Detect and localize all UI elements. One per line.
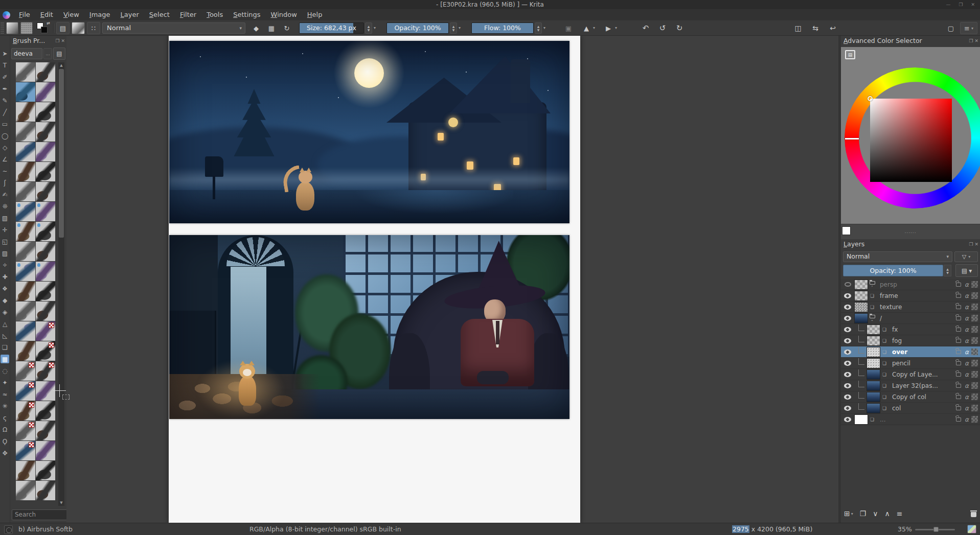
layer-visibility-toggle[interactable] <box>841 383 854 388</box>
layer-thumbnail[interactable] <box>867 403 880 413</box>
layer-thumbnail[interactable] <box>867 324 880 335</box>
brush-preset-17[interactable] <box>16 222 35 241</box>
brush-preset-16[interactable] <box>36 202 55 221</box>
statusbar-document-size[interactable]: 2975 x 4200 (960,5 MiB) <box>732 523 812 535</box>
horizontal-mirror-button[interactable]: ▲ <box>580 22 592 34</box>
brush-preset-12[interactable] <box>36 162 55 181</box>
inherit-alpha-icon[interactable] <box>971 304 978 310</box>
layer-thumbnail[interactable] <box>854 302 868 312</box>
inherit-alpha-icon[interactable] <box>971 348 978 355</box>
inherit-alpha-icon[interactable] <box>971 315 978 321</box>
brush-preset-27[interactable] <box>16 321 35 341</box>
lock-icon[interactable] <box>956 316 961 320</box>
display-mode-button[interactable]: ▤ <box>53 48 65 60</box>
rotate-canvas-left-button[interactable]: ↺ <box>656 22 669 34</box>
fill-tool[interactable]: ◆ <box>1 296 9 305</box>
menu-settings[interactable]: Settings <box>228 9 265 20</box>
inherit-alpha-icon[interactable] <box>971 360 978 366</box>
lock-icon[interactable] <box>956 339 961 343</box>
layer-thumbnail[interactable] <box>867 358 880 368</box>
layer-view-mode-button[interactable]: ▤ ▾ <box>955 264 978 277</box>
brush-preset-32[interactable] <box>36 361 55 381</box>
brush-preset-grid-button[interactable]: ∷ <box>87 22 100 34</box>
brush-preset-15[interactable] <box>16 202 35 221</box>
blending-mode-dropdown[interactable]: Normal ▾ <box>102 22 245 34</box>
layer-visibility-toggle[interactable] <box>841 305 854 310</box>
rotate-canvas-right-button[interactable]: ↻ <box>673 22 686 34</box>
alpha-lock-icon[interactable]: α <box>965 304 969 311</box>
float-docker-icon[interactable]: ❐ <box>969 36 973 46</box>
layer-thumbnail[interactable] <box>854 291 868 301</box>
brush-preset-26[interactable] <box>36 301 55 321</box>
inherit-alpha-icon[interactable] <box>971 416 978 423</box>
brush-preset-18[interactable] <box>36 222 55 241</box>
brush-preset-40[interactable] <box>36 441 55 460</box>
hmirror-options-caret[interactable]: ▾ <box>593 26 598 30</box>
gradient-tool[interactable]: ▨ <box>1 249 9 258</box>
save-preset-button[interactable]: ▣ <box>562 22 575 34</box>
scrollbar-handle[interactable] <box>59 69 64 238</box>
alpha-lock-icon[interactable]: α <box>965 348 969 356</box>
duplicate-layer-button[interactable]: ❐ <box>860 509 867 518</box>
alpha-lock-icon[interactable]: α <box>965 281 969 288</box>
layer-blending-mode-dropdown[interactable]: Normal ▾ <box>843 251 952 262</box>
brush-preset-2[interactable] <box>36 62 55 82</box>
brush-preset-21[interactable] <box>16 262 35 281</box>
close-docker-icon[interactable]: ✕ <box>974 239 978 249</box>
alpha-lock-icon[interactable]: α <box>965 393 969 401</box>
brush-preset-44[interactable] <box>36 481 55 500</box>
layer-visibility-toggle[interactable] <box>841 361 854 366</box>
size-spinner[interactable]: ▲▼ <box>365 22 372 34</box>
rectangle-tool[interactable]: ▭ <box>1 120 9 128</box>
lock-icon[interactable] <box>956 328 961 332</box>
shape-select-tool[interactable]: ➤ <box>1 49 9 58</box>
layer-row-layer[interactable]: ❏...α <box>841 414 980 425</box>
toolbar-drag-handle[interactable] <box>1 22 4 34</box>
layer-opacity-spinner[interactable]: ▲▼ <box>944 265 951 276</box>
current-color-swatch[interactable] <box>842 226 851 235</box>
layer-visibility-toggle[interactable] <box>841 282 854 287</box>
brush-preset-13[interactable] <box>16 182 35 201</box>
dynamic-brush-tool[interactable]: ✍ <box>1 190 9 199</box>
layer-row-over[interactable]: ❏overα <box>841 346 980 358</box>
brush-preset-31[interactable] <box>16 361 35 381</box>
float-docker-icon[interactable]: ❐ <box>55 36 59 46</box>
zoom-slider-handle[interactable] <box>933 527 939 532</box>
freehand-path-tool[interactable]: ʃ <box>1 178 9 187</box>
brush-preset-14[interactable] <box>36 182 55 201</box>
color-selector-body[interactable]: ▤ <box>841 47 980 224</box>
lock-icon[interactable] <box>956 294 961 298</box>
brush-editor-toggle-button[interactable]: ▤ <box>56 22 70 34</box>
menu-tools[interactable]: Tools <box>201 9 228 20</box>
preserve-alpha-button[interactable]: ▦ <box>265 22 278 34</box>
layer-thumbnail[interactable] <box>867 381 880 391</box>
lock-icon[interactable] <box>956 373 961 377</box>
polygon-tool[interactable]: ◇ <box>1 143 9 152</box>
alpha-lock-icon[interactable]: α <box>965 292 969 299</box>
layer-visibility-toggle[interactable] <box>841 417 854 422</box>
line-tool[interactable]: ╱ <box>1 108 9 117</box>
vmirror-options-caret[interactable]: ▾ <box>615 26 620 30</box>
alpha-lock-icon[interactable]: α <box>965 326 969 333</box>
reset-rotation-button[interactable]: ↶ <box>639 22 652 34</box>
minimize-button[interactable]: — <box>946 0 950 9</box>
layer-thumbnail[interactable] <box>854 280 868 290</box>
alpha-lock-icon[interactable]: α <box>965 416 969 423</box>
brush-preset-20[interactable] <box>36 242 55 261</box>
pattern-chooser-button[interactable] <box>20 22 33 34</box>
gradient-chooser-button[interactable] <box>6 22 18 34</box>
freehand-selection-tool[interactable]: ≈ <box>1 390 9 399</box>
lock-icon[interactable] <box>956 406 961 410</box>
doc-width-value[interactable]: 2975 <box>732 525 749 533</box>
measure-tool[interactable]: ◺ <box>1 331 9 340</box>
layer-filter-button[interactable]: ▽ ▾ <box>954 251 978 262</box>
brush-preset-8[interactable] <box>36 122 55 142</box>
brush-preset-thumbnail-button[interactable] <box>72 22 85 34</box>
move-tool[interactable]: ✛ <box>1 225 9 234</box>
saturation-value-square[interactable] <box>870 99 952 182</box>
alpha-lock-icon[interactable]: α <box>965 360 969 367</box>
foreground-background-colors[interactable]: ⇄ <box>36 22 49 34</box>
brush-preset-1[interactable] <box>16 62 35 82</box>
workspace-chooser-button[interactable]: ≡ ▾ <box>960 22 977 34</box>
crop-tool[interactable]: ◱ <box>1 237 9 246</box>
